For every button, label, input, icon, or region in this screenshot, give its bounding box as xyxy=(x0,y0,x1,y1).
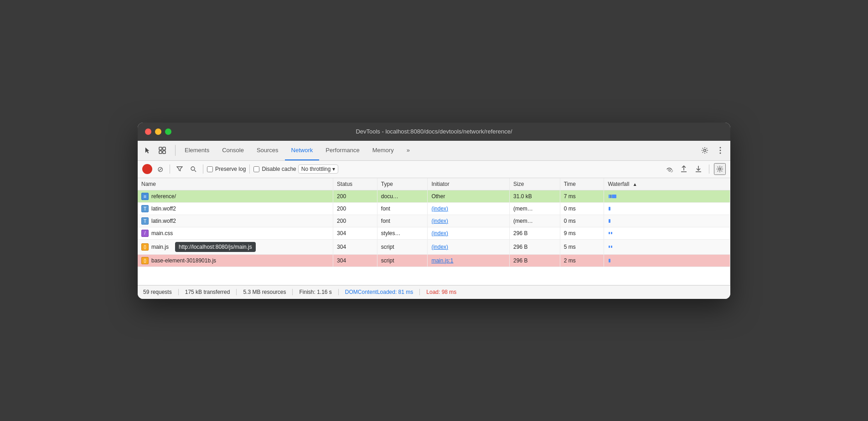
network-settings-button[interactable] xyxy=(714,163,726,175)
cell-name[interactable]: T latin.woff2 xyxy=(138,202,333,215)
cursor-icon-button[interactable] xyxy=(141,144,154,157)
svg-rect-1 xyxy=(163,147,165,150)
wifi-settings-button[interactable] xyxy=(663,163,675,175)
gear-icon xyxy=(701,147,708,154)
cell-time: 2 ms xyxy=(560,254,604,267)
cell-name[interactable]: T latin.woff2 xyxy=(138,215,333,227)
cursor-icon xyxy=(144,147,151,154)
tab-performance[interactable]: Performance xyxy=(319,140,366,160)
waterfall-bar xyxy=(608,244,726,250)
toolbar-left-icons xyxy=(141,144,169,157)
cell-type: script xyxy=(377,254,428,267)
table-row[interactable]: {} main.js http://localhost:8080/js/main… xyxy=(138,239,730,254)
waterfall-bar xyxy=(608,218,726,224)
svg-point-17 xyxy=(719,168,721,170)
svg-point-7 xyxy=(720,153,721,154)
table-row[interactable]: ≡ reference/ 200 docu… Other 31.0 kB 7 m… xyxy=(138,190,730,202)
tab-network[interactable]: Network xyxy=(285,140,320,160)
transferred-size: 175 kB transferred xyxy=(179,289,237,295)
doc-file-icon: ≡ xyxy=(141,193,149,200)
cell-initiator[interactable]: (index) xyxy=(428,227,510,239)
disable-cache-checkbox[interactable] xyxy=(253,166,259,172)
css-file-icon: / xyxy=(141,230,149,237)
table-row[interactable]: {} base-element-3018901b.js 304 script m… xyxy=(138,254,730,267)
cell-name[interactable]: {} main.js http://localhost:8080/js/main… xyxy=(138,239,333,254)
close-button[interactable] xyxy=(145,128,151,135)
col-waterfall[interactable]: Waterfall ▲ xyxy=(604,178,730,190)
wf-bar-2 xyxy=(611,246,612,248)
cell-status: 200 xyxy=(333,215,377,227)
cell-initiator[interactable]: (index) xyxy=(428,215,510,227)
svg-rect-2 xyxy=(159,151,162,154)
toolbar-divider-1 xyxy=(175,145,176,156)
tab-elements[interactable]: Elements xyxy=(178,140,216,160)
col-time[interactable]: Time xyxy=(560,178,604,190)
cell-name[interactable]: ≡ reference/ xyxy=(138,190,333,202)
cell-size: 31.0 kB xyxy=(510,190,560,202)
load-time: Load: 98 ms xyxy=(420,289,463,295)
col-name[interactable]: Name xyxy=(138,178,333,190)
wf-bar-3 xyxy=(612,195,616,198)
requests-count: 59 requests xyxy=(143,289,179,295)
cell-size: (mem… xyxy=(510,215,560,227)
minimize-button[interactable] xyxy=(155,128,161,135)
tab-console[interactable]: Console xyxy=(216,140,250,160)
cell-size: 296 B xyxy=(510,227,560,239)
col-type[interactable]: Type xyxy=(377,178,428,190)
cell-size: 296 B xyxy=(510,254,560,267)
record-button[interactable] xyxy=(142,164,152,174)
cell-name[interactable]: / main.css xyxy=(138,227,333,239)
col-initiator[interactable]: Initiator xyxy=(428,178,510,190)
preserve-log-checkbox[interactable] xyxy=(207,166,213,172)
svg-point-4 xyxy=(704,149,706,152)
table-row[interactable]: T latin.woff2 200 font (index) (mem… 0 m… xyxy=(138,215,730,227)
table-body: ≡ reference/ 200 docu… Other 31.0 kB 7 m… xyxy=(138,190,730,285)
preserve-log-label[interactable]: Preserve log xyxy=(207,166,246,172)
cell-type: docu… xyxy=(377,190,428,202)
disable-cache-label[interactable]: Disable cache xyxy=(253,166,296,172)
col-size[interactable]: Size xyxy=(510,178,560,190)
filter-button[interactable] xyxy=(174,163,186,175)
col-status[interactable]: Status xyxy=(333,178,377,190)
throttle-select[interactable]: No throttling ▾ xyxy=(298,164,339,174)
wf-bar-1 xyxy=(609,195,610,198)
table-header: Name Status Type Initiator Size xyxy=(138,178,730,190)
traffic-lights xyxy=(145,128,171,135)
dom-content-loaded: DOMContentLoaded: 81 ms xyxy=(339,289,420,295)
inspect-icon-button[interactable] xyxy=(156,144,169,157)
cell-size: 296 B xyxy=(510,239,560,254)
svg-rect-3 xyxy=(163,151,165,154)
table-row[interactable]: T latin.woff2 200 font (index) (mem… 0 m… xyxy=(138,202,730,215)
throttle-chevron-icon: ▾ xyxy=(332,166,335,172)
tab-more[interactable]: » xyxy=(400,140,416,160)
cell-initiator[interactable]: (index) xyxy=(428,202,510,215)
tab-sources[interactable]: Sources xyxy=(250,140,285,160)
search-button[interactable] xyxy=(187,163,199,175)
waterfall-bar xyxy=(608,231,726,236)
devtools-window: DevTools - localhost:8080/docs/devtools/… xyxy=(138,123,730,299)
settings-button[interactable] xyxy=(698,144,711,157)
cell-status: 200 xyxy=(333,190,377,202)
wf-bar-1 xyxy=(609,246,610,248)
cell-time: 9 ms xyxy=(560,227,604,239)
upload-icon-button[interactable] xyxy=(678,163,690,175)
cell-initiator[interactable]: (index) xyxy=(428,239,510,254)
download-icon-button[interactable] xyxy=(692,163,704,175)
clear-button[interactable]: ⊘ xyxy=(154,163,166,175)
maximize-button[interactable] xyxy=(165,128,171,135)
cell-initiator: Other xyxy=(428,190,510,202)
wf-bar-1 xyxy=(609,232,610,234)
cell-name[interactable]: {} base-element-3018901b.js xyxy=(138,254,333,267)
more-options-button[interactable] xyxy=(714,144,727,157)
net-divider-right xyxy=(709,164,709,174)
cell-initiator[interactable]: main.js:1 xyxy=(428,254,510,267)
wf-bar xyxy=(609,259,610,262)
js-file-icon: {} xyxy=(141,257,149,264)
svg-point-10 xyxy=(671,170,673,172)
url-tooltip: http://localhost:8080/js/main.js xyxy=(175,242,256,252)
cell-status: 304 xyxy=(333,239,377,254)
font-file-icon: T xyxy=(141,217,149,225)
table-row[interactable]: / main.css 304 styles… (index) 296 B 9 m… xyxy=(138,227,730,239)
wf-bar xyxy=(609,207,610,210)
tab-memory[interactable]: Memory xyxy=(366,140,400,160)
